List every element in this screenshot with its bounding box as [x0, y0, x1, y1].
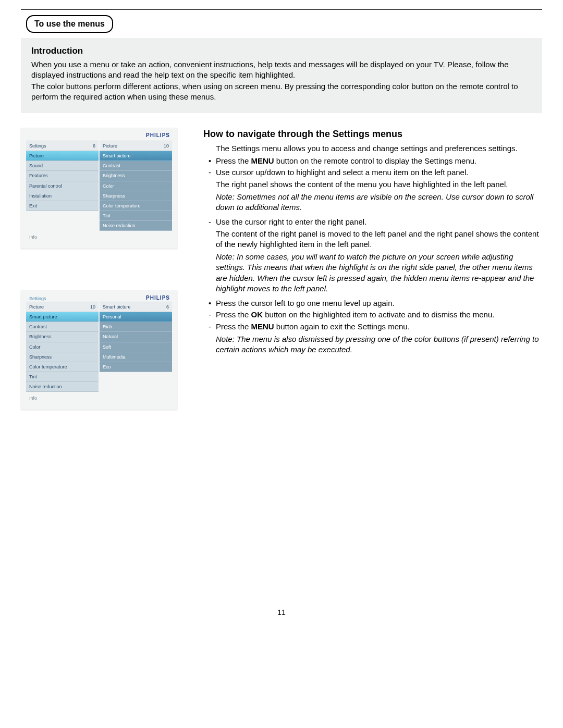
menu2-left-header: Picture 10 — [26, 302, 99, 312]
menu2-right-item-4: Multimedia — [100, 352, 172, 362]
menu1-right-item-1: Contrast — [100, 161, 172, 171]
menu1-left-header: Settings 6 — [26, 141, 99, 151]
menu2-left-item-4: Sharpness — [26, 352, 99, 362]
menu1-right-item-3: Color — [100, 181, 172, 191]
menu1-left-item-5: Exit — [26, 201, 99, 211]
howto-note-1: Note: Sometimes not all the menu items a… — [203, 192, 542, 213]
menu1-right-item-5: Color temperature — [100, 201, 172, 211]
howto-dash-4: Press the MENU button again to exit the … — [203, 322, 542, 332]
howto-cont-2: The content of the right panel is moved … — [203, 229, 542, 250]
howto-dash-1: Use cursor up/down to highlight and sele… — [203, 167, 542, 178]
menu2-right-item-0: Personal — [100, 312, 172, 322]
howto-heading: How to navigate through the Settings men… — [203, 128, 542, 140]
menu2-left-item-0: Smart picture — [26, 312, 99, 322]
introduction-para-2: The color buttons perform different acti… — [31, 81, 532, 103]
page-number: 11 — [21, 608, 542, 618]
screenshots-column: PHILIPS Settings 6 Picture Sound Feature… — [21, 128, 177, 452]
howto-note-3: Note: The menu is also dismissed by pres… — [203, 334, 542, 355]
menu1-right-item-0: Smart picture — [100, 151, 172, 161]
menu2-left-item-6: Tint — [26, 372, 99, 382]
menu2-right-item-5: Eco — [100, 362, 172, 372]
menu2-left-item-3: Color — [26, 342, 99, 352]
instructions-column: How to navigate through the Settings men… — [203, 128, 542, 452]
manual-page: To use the menus Introduction When you u… — [0, 9, 563, 638]
menu-screenshot-1: PHILIPS Settings 6 Picture Sound Feature… — [21, 128, 177, 249]
introduction-box: Introduction When you use a menu or take… — [21, 38, 542, 113]
menu2-left-item-1: Contrast — [26, 322, 99, 332]
menu2-right-item-2: Natural — [100, 332, 172, 342]
howto-note-2: Note: In some cases, you will want to wa… — [203, 252, 542, 294]
menu1-info-label: Info — [26, 231, 172, 240]
menu1-right-item-7: Noise reduction — [100, 221, 172, 231]
menu2-right-item-1: Rich — [100, 322, 172, 332]
howto-bullet-1: Press the MENU button on the remote cont… — [203, 156, 542, 166]
menu1-right-item-4: Sharpness — [100, 191, 172, 201]
menu1-left-item-1: Sound — [26, 161, 99, 171]
menu2-breadcrumb: Settings — [26, 295, 46, 302]
introduction-para-1: When you use a menu or take an action, c… — [31, 59, 532, 81]
introduction-heading: Introduction — [31, 45, 532, 57]
howto-bullet-2: Press the cursor left to go one menu lev… — [203, 298, 542, 309]
menu1-left-item-0: Picture — [26, 151, 99, 161]
top-rule — [21, 9, 542, 10]
howto-cont-1: The right panel shows the content of the… — [203, 179, 542, 190]
menu1-right-item-2: Brightness — [100, 171, 172, 181]
menu1-left-item-4: Installation — [26, 191, 99, 201]
menu2-left-item-5: Color temperature — [26, 362, 99, 372]
menu1-left-item-3: Parental control — [26, 181, 99, 191]
section-title-pill: To use the menus — [26, 15, 113, 33]
howto-dash-3: Press the OK button on the highlighted i… — [203, 310, 542, 320]
main-content-row: PHILIPS Settings 6 Picture Sound Feature… — [21, 128, 542, 452]
howto-lead: The Settings menu allows you to access a… — [203, 143, 542, 154]
menu2-left-item-2: Brightness — [26, 332, 99, 342]
menu-screenshot-2: Settings PHILIPS Picture 10 Smart pictur… — [21, 290, 177, 410]
howto-dash-2: Use the cursor right to enter the right … — [203, 217, 542, 227]
menu2-right-item-3: Soft — [100, 342, 172, 352]
brand-logo: PHILIPS — [26, 132, 172, 141]
menu2-left-item-7: Noise reduction — [26, 382, 99, 392]
menu2-right-header: Smart picture 6 — [100, 302, 172, 312]
menu1-right-header: Picture 10 — [100, 141, 172, 151]
menu1-left-item-2: Features — [26, 171, 99, 181]
menu2-info-label: Info — [26, 392, 172, 401]
menu1-right-item-6: Tint — [100, 211, 172, 221]
brand-logo: PHILIPS — [146, 294, 172, 302]
